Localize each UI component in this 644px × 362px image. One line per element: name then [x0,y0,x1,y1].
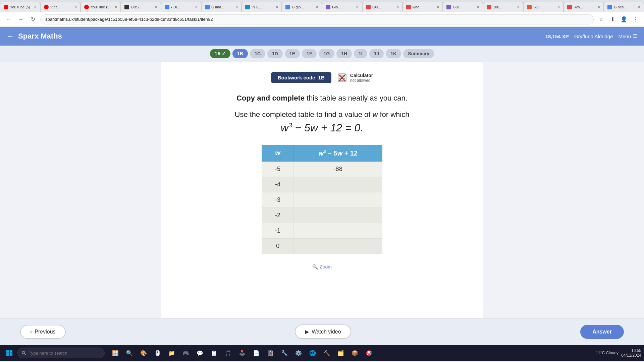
taskbar-app-tools[interactable]: 🔨 [320,346,333,360]
tab-close-icon[interactable]: × [356,5,359,9]
tab-close-icon[interactable]: × [195,5,198,9]
download-button[interactable]: ⬇ [608,15,617,24]
taskbar-app-cursor[interactable]: 🖱️ [151,346,164,360]
tab-1d[interactable]: 1D [267,49,283,58]
tab-summary[interactable]: Summary [403,49,434,58]
tab-youtube2[interactable]: YouTube (5) × [80,2,121,12]
tab-who[interactable]: who... × [402,2,443,12]
menu-button[interactable]: Menu ☰ [618,33,637,39]
tab-1g[interactable]: 1G [319,49,334,58]
tab-gimages[interactable]: G ima... × [201,2,241,12]
tab-gui2[interactable]: Gui... × [443,2,483,12]
tab-1b[interactable]: 1B [232,49,248,58]
extensions-button[interactable]: ⋮ [631,15,640,24]
taskbar-app-search[interactable]: 🔍 [123,346,136,360]
tab-close-icon[interactable]: × [517,5,520,9]
taskbar-app-steam[interactable]: 🎮 [179,346,193,360]
taskbar-app-settings[interactable]: ⚙️ [292,346,305,360]
bookmark-button[interactable]: ☆ [596,15,606,24]
previous-button[interactable]: ‹ Previous [20,325,66,339]
weather-info: 11°C Cloudy [596,351,619,355]
taskbar-right: 11°C Cloudy 16:55 04/11/2024 [596,348,641,358]
bottom-bar: ‹ Previous ▶ Watch video Answer [0,318,644,345]
taskbar-app-extra2[interactable]: 🎯 [362,346,376,360]
tab-gib[interactable]: Gib... × [322,2,362,12]
taskbar-app-spotify[interactable]: 🎵 [221,346,235,360]
back-button[interactable]: ← [4,15,13,24]
tab-gui1[interactable]: Gui... × [362,2,402,12]
table-cell-w: -2 [262,207,294,223]
tab-close-icon[interactable]: × [115,5,117,9]
zoom-link[interactable]: 🔍 Zoom [312,264,332,269]
start-button[interactable] [3,346,16,360]
calculator-label: Calculator [350,73,373,78]
taskbar-search-input[interactable] [29,351,100,356]
taskbar-app-steam2[interactable]: 🕹️ [235,346,249,360]
taskbar-app-journal[interactable]: 📓 [264,346,277,360]
taskbar-app-folder[interactable]: 🗂️ [334,346,347,360]
tab-ine[interactable]: IN E... × [241,2,282,12]
tab-close-icon[interactable]: × [437,5,439,9]
tab-1k[interactable]: 1K [386,49,401,58]
bookwork-bar: Bookwork code: 1B [271,72,373,83]
tab-1a[interactable]: 1A [210,49,230,58]
reload-button[interactable]: ↻ [28,15,38,24]
instruction-rest: this table as neatly as you can. [305,94,408,102]
tab-ggib[interactable]: G gib... × [282,2,322,12]
taskbar-app-extra1[interactable]: 📦 [348,346,362,360]
taskbar-app-control[interactable]: 🔧 [278,346,291,360]
tab-obs[interactable]: OBS... × [121,2,161,12]
tab-close-icon[interactable]: × [235,5,238,9]
tab-close-icon[interactable]: × [316,5,318,9]
tab-close-icon[interactable]: × [34,5,37,9]
tab-100[interactable]: 100... × [483,2,523,12]
tab-1c[interactable]: 1C [250,49,265,58]
back-nav-button[interactable]: ← [7,32,14,41]
taskbar-app-whatsapp[interactable]: 💬 [193,346,207,360]
taskbar-app-docs[interactable]: 📄 [250,346,263,360]
tab-1e[interactable]: 1E [285,49,300,58]
svg-rect-12 [6,353,9,356]
svg-rect-11 [10,350,12,353]
taskbar-app-files[interactable]: 📁 [165,346,178,360]
tab-1h[interactable]: 1H [336,49,352,58]
tab-close-icon[interactable]: × [155,5,157,9]
table-row: -4 [262,177,382,192]
tab-1f[interactable]: 1F [302,49,317,58]
table-header-expr: w3 − 5w + 12 [294,145,382,162]
watch-video-button[interactable]: ▶ Watch video [295,324,351,339]
tab-1j[interactable]: 1J [369,49,384,58]
user-name: Gryffudd Aldridge [574,34,613,39]
address-bar[interactable] [40,14,594,24]
tab-rov[interactable]: Rov... × [564,2,604,12]
chevron-left-icon: ‹ [30,329,32,335]
tab-so[interactable]: SO!... × [523,2,564,12]
tab-close-icon[interactable]: × [276,5,278,9]
taskbar-app-paint[interactable]: 🎨 [137,346,150,360]
app-header: ← Sparx Maths 18,154 XP Gryffudd Aldridg… [0,27,644,46]
tab-close-icon[interactable]: × [557,5,560,9]
table-row: -2 [262,207,382,223]
taskbar-app-windows[interactable]: 🪟 [109,346,122,360]
taskbar-search[interactable] [17,348,105,358]
svg-line-15 [24,354,26,355]
tab-close-icon[interactable]: × [74,5,77,9]
profile-button[interactable]: 👤 [619,15,629,24]
taskbar-app-chrome[interactable]: 🌐 [306,346,319,360]
table-cell-value: -88 [294,161,382,177]
tab-close-icon[interactable]: × [477,5,479,9]
taskbar-app-task[interactable]: 📋 [207,346,221,360]
tab-close-icon[interactable]: × [638,5,640,9]
tab-close-icon[interactable]: × [396,5,399,9]
tab-di[interactable]: • Di... × [161,2,201,12]
menu-icon: ☰ [633,33,637,39]
forward-button[interactable]: → [16,15,25,24]
tab-youtube1[interactable]: YouTube (5) × [0,2,40,12]
tab-video[interactable]: Vide... × [40,2,80,12]
tab-close-icon[interactable]: × [598,5,600,9]
taskbar-search-icon [22,351,26,355]
tab-1i[interactable]: 1I [354,49,367,58]
tab-gbes[interactable]: G bes... × [604,2,644,12]
windows-icon [6,350,13,356]
answer-button[interactable]: Answer [580,325,624,339]
